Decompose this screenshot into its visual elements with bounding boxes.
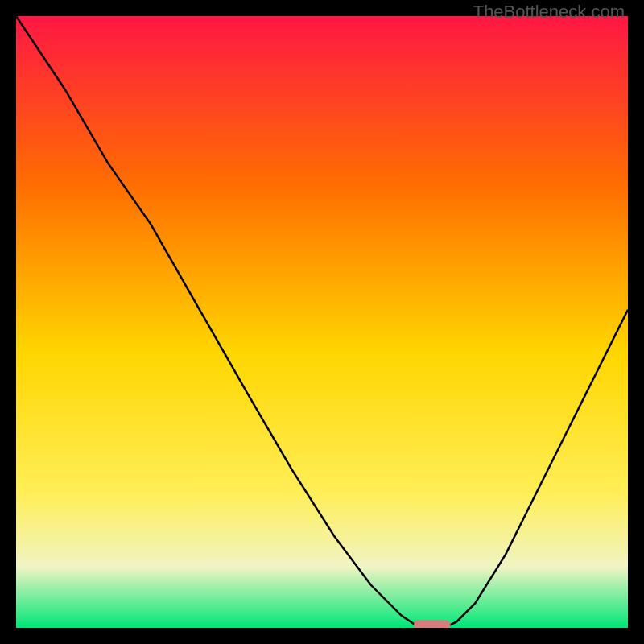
watermark-text: TheBottleneck.com [473, 2, 625, 23]
bottleneck-chart-svg [16, 16, 628, 628]
optimal-marker [414, 621, 451, 629]
gradient-background [16, 16, 628, 628]
chart-container [16, 16, 628, 628]
